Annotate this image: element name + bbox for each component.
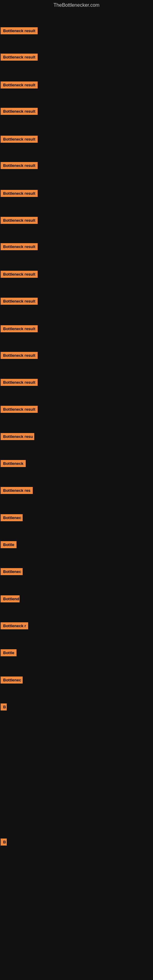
bottleneck-label[interactable]: Bottleneck result — [1, 217, 38, 224]
bottleneck-label[interactable]: Bottleneck result — [1, 352, 38, 359]
bottleneck-item: Bottleneck result — [0, 81, 38, 90]
bottleneck-item: Bottleneck result — [0, 136, 38, 144]
bottleneck-label[interactable]: Bottle — [1, 541, 16, 548]
bottleneck-label[interactable]: Bottlend — [1, 595, 19, 602]
bottleneck-item: Bottleneck result — [0, 406, 38, 414]
bottleneck-item: Bottleneck result — [0, 27, 38, 35]
bottleneck-item: Bottleneck result — [0, 217, 38, 225]
bottleneck-label[interactable]: Bottleneck r — [1, 622, 28, 629]
items-container: Bottleneck resultBottleneck resultBottle… — [0, 10, 153, 980]
bottleneck-label[interactable]: B — [1, 703, 7, 711]
bottleneck-item: Bottleneck result — [0, 298, 38, 306]
bottleneck-item: Bottleneck result — [0, 54, 38, 62]
bottleneck-label[interactable]: Bottleneck res — [1, 487, 33, 494]
bottleneck-item: Bottlenec — [0, 568, 22, 576]
bottleneck-item: Bottleneck resu — [0, 433, 34, 441]
bottleneck-item: Bottleneck result — [0, 325, 38, 334]
bottleneck-label[interactable]: Bottleneck result — [1, 406, 38, 413]
bottleneck-item: Bottle — [0, 541, 16, 549]
bottleneck-item: Bottleneck result — [0, 379, 38, 387]
bottleneck-label[interactable]: Bottleneck result — [1, 379, 38, 386]
page-container: TheBottlenecker.com Bottleneck resultBot… — [0, 0, 153, 980]
bottleneck-label[interactable]: Bottleneck result — [1, 298, 38, 305]
bottleneck-label[interactable]: Bottlenec — [1, 676, 22, 684]
bottleneck-item: Bottleneck result — [0, 352, 38, 360]
bottleneck-item: Bottleneck result — [0, 243, 38, 251]
bottleneck-label[interactable]: Bottleneck — [1, 460, 26, 467]
bottleneck-label[interactable]: Bottleneck result — [1, 108, 38, 115]
bottleneck-item: Bottleneck res — [0, 487, 33, 495]
bottleneck-item: Bottleneck — [0, 460, 26, 468]
bottleneck-item: Bottleneck result — [0, 271, 38, 279]
bottleneck-item: Bottleneck result — [0, 108, 38, 116]
bottleneck-label[interactable]: Bottleneck result — [1, 136, 38, 143]
bottleneck-item: Bottle — [0, 649, 16, 657]
bottleneck-label[interactable]: Bottleneck result — [1, 81, 38, 89]
bottleneck-label[interactable]: Bottle — [1, 649, 16, 656]
bottleneck-item: Bottlenec — [0, 514, 22, 522]
bottleneck-label[interactable]: Bottleneck result — [1, 162, 38, 169]
bottleneck-label[interactable]: Bottleneck resu — [1, 433, 34, 440]
bottleneck-item: Bottlenec — [0, 676, 22, 685]
bottleneck-item: B — [0, 838, 7, 847]
bottleneck-item: B — [0, 703, 7, 712]
bottleneck-label[interactable]: Bottleneck result — [1, 27, 38, 34]
bottleneck-item: Bottleneck r — [0, 622, 28, 630]
bottleneck-label[interactable]: Bottlenec — [1, 568, 22, 575]
bottleneck-item: Bottlend — [0, 595, 19, 604]
bottleneck-item: Bottleneck result — [0, 162, 38, 170]
bottleneck-label[interactable]: Bottleneck result — [1, 325, 38, 332]
bottleneck-label[interactable]: Bottleneck result — [1, 54, 38, 60]
bottleneck-item: Bottleneck result — [0, 190, 38, 198]
site-title: TheBottlenecker.com — [0, 0, 153, 10]
bottleneck-label[interactable]: Bottleneck result — [1, 243, 38, 250]
bottleneck-label[interactable]: Bottleneck result — [1, 271, 38, 278]
bottleneck-label[interactable]: Bottlenec — [1, 514, 22, 521]
bottleneck-label[interactable]: B — [1, 838, 7, 846]
bottleneck-label[interactable]: Bottleneck result — [1, 190, 38, 197]
